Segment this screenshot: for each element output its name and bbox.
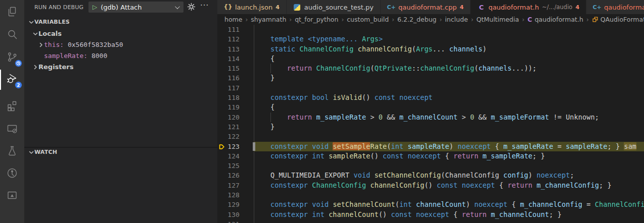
launch-config-dropdown[interactable]: ▷ (gdb) Attach [88, 2, 183, 13]
line-content[interactable]: template <typename... Args> [254, 34, 644, 44]
tab-audio_source_test.py[interactable]: audio_source_test.py [287, 0, 380, 14]
chevron-down-icon [28, 19, 34, 25]
activity-bar-item-source-control[interactable] [0, 47, 24, 69]
breakpoint-gutter[interactable] [217, 200, 226, 209]
breakpoint-gutter[interactable] [217, 122, 226, 132]
line-number[interactable]: 123 [226, 142, 240, 151]
breadcrumb-item-QAudioFormat[interactable]: QAudioFormat [592, 16, 644, 23]
line-number[interactable]: 129 [226, 200, 240, 209]
breadcrumb-item-include[interactable]: include [445, 16, 468, 23]
breakpoint-gutter[interactable] [217, 210, 226, 219]
line-content[interactable] [254, 132, 644, 141]
locals-group-header[interactable]: Locals [24, 29, 217, 38]
line-number[interactable]: 115 [226, 64, 240, 73]
tab-qaudioformat[interactable]: C+qaudioformat [586, 0, 644, 14]
line-content[interactable]: { [254, 102, 644, 112]
line-content[interactable]: static ChannelConfig channelConfig(Args.… [254, 44, 644, 54]
breakpoint-gutter[interactable] [217, 34, 226, 44]
line-number[interactable]: 131 [226, 219, 240, 223]
json-icon: {} [223, 4, 232, 11]
line-number[interactable]: 128 [226, 190, 240, 200]
tab-qaudioformat.cpp[interactable]: C+qaudioformat.cpp4 [381, 0, 470, 14]
activity-bar: 2 [0, 0, 24, 223]
code-editor[interactable]: 111112 template <typename... Args>113 st… [217, 25, 644, 223]
variables-section-header[interactable]: VARIABLES [24, 18, 217, 26]
breakpoint-gutter[interactable] [217, 113, 226, 122]
activity-bar-item-testing[interactable] [0, 141, 24, 162]
line-number[interactable]: 126 [226, 171, 240, 180]
line-content[interactable]: { [254, 54, 644, 64]
activity-bar-item-panel-extension[interactable] [0, 186, 24, 207]
breadcrumb-item-qaudioformat.h[interactable]: Cqaudioformat.h [528, 16, 583, 23]
line-content[interactable]: constexpr int channelCount() const noexc… [254, 210, 644, 219]
line-content[interactable]: return ChannelConfig(QtPrivate::channelC… [254, 64, 644, 73]
breakpoint-gutter[interactable] [217, 25, 226, 34]
line-number[interactable]: 124 [226, 151, 240, 161]
line-content[interactable]: constexpr void setSampleRate(int sampleR… [254, 142, 644, 151]
breakpoint-gutter[interactable] [217, 171, 226, 180]
line-content[interactable]: Q_MULTIMEDIA_EXPORT void setChannelConfi… [254, 171, 644, 180]
registers-group-header[interactable]: Registers [24, 63, 217, 71]
line-number[interactable]: 125 [226, 161, 240, 171]
breakpoint-gutter[interactable] [217, 190, 226, 200]
line-content[interactable]: constexpr int sampleRate() const noexcep… [254, 151, 644, 161]
line-content[interactable] [254, 190, 644, 200]
line-number[interactable]: 122 [226, 132, 240, 141]
breadcrumb-item-home[interactable]: home [224, 16, 242, 23]
line-content[interactable]: constexpr bool isValid() const noexcept [254, 93, 644, 102]
line-number[interactable]: 121 [226, 122, 240, 132]
line-content[interactable] [254, 219, 644, 223]
activity-bar-item-run-and-debug[interactable]: 2 [0, 69, 24, 90]
line-content[interactable] [254, 83, 644, 93]
activity-bar-item-explorer[interactable] [0, 2, 24, 23]
line-content[interactable]: } [254, 73, 644, 83]
gear-icon[interactable] [187, 3, 196, 13]
line-number[interactable]: 111 [226, 25, 240, 34]
variable-row-this[interactable]: this: 0x560f5832ba50 [24, 40, 217, 49]
breakpoint-gutter[interactable] [217, 44, 226, 54]
variable-row-sampleRate[interactable]: sampleRate: 8000 [24, 51, 217, 60]
line-content[interactable]: constexpr void setChannelCount(int chann… [254, 200, 644, 209]
tab-launch.json[interactable]: {}launch.json4 [217, 0, 286, 14]
line-number[interactable]: 113 [226, 44, 240, 54]
debug-current-line-arrow-icon[interactable] [217, 142, 226, 151]
line-number[interactable]: 112 [226, 34, 240, 44]
activity-bar-item-extensions[interactable] [0, 96, 24, 117]
line-content[interactable] [254, 25, 644, 34]
breadcrumb-item-custom_build[interactable]: custom_build [347, 16, 389, 23]
breakpoint-gutter[interactable] [217, 73, 226, 83]
tab-qaudioformat.h[interactable]: Cqaudioformat.h~/.../audio4 [471, 0, 586, 14]
line-content[interactable]: } [254, 122, 644, 132]
line-number[interactable]: 114 [226, 54, 240, 64]
line-number[interactable]: 120 [226, 113, 240, 122]
breakpoint-gutter[interactable] [217, 132, 226, 141]
activity-bar-item-remote-explorer[interactable] [0, 119, 24, 140]
line-number[interactable]: 130 [226, 210, 240, 219]
watch-section-header[interactable]: WATCH [24, 148, 217, 156]
more-actions-icon[interactable]: ··· [200, 1, 209, 10]
activity-bar-item-search[interactable] [0, 25, 24, 46]
breadcrumb-item-QtMultimedia[interactable]: QtMultimedia [476, 16, 519, 23]
line-content[interactable]: return m_sampleRate > 0 && m_channelCoun… [254, 113, 644, 122]
breakpoint-gutter[interactable] [217, 93, 226, 102]
line-content[interactable] [254, 161, 644, 171]
line-number[interactable]: 119 [226, 102, 240, 112]
line-content[interactable]: constexpr ChannelConfig channelConfig() … [254, 181, 644, 190]
line-number[interactable]: 127 [226, 181, 240, 190]
breadcrumb-item-shyamnath[interactable]: shyamnath [251, 16, 286, 23]
breakpoint-gutter[interactable] [217, 54, 226, 64]
breakpoint-gutter[interactable] [217, 102, 226, 112]
tab-problem-badge: 4 [575, 4, 579, 11]
breakpoint-gutter[interactable] [217, 161, 226, 171]
activity-bar-item-gitlens[interactable] [0, 163, 24, 185]
line-number[interactable]: 116 [226, 73, 240, 83]
breakpoint-gutter[interactable] [217, 219, 226, 223]
line-number[interactable]: 117 [226, 83, 240, 93]
breakpoint-gutter[interactable] [217, 83, 226, 93]
breakpoint-gutter[interactable] [217, 181, 226, 190]
breakpoint-gutter[interactable] [217, 151, 226, 161]
breadcrumb-item-qt_for_python[interactable]: qt_for_python [295, 16, 338, 23]
breadcrumb-item-6.2.2_debug[interactable]: 6.2.2_debug [397, 16, 436, 23]
breakpoint-gutter[interactable] [217, 64, 226, 73]
line-number[interactable]: 118 [226, 93, 240, 102]
